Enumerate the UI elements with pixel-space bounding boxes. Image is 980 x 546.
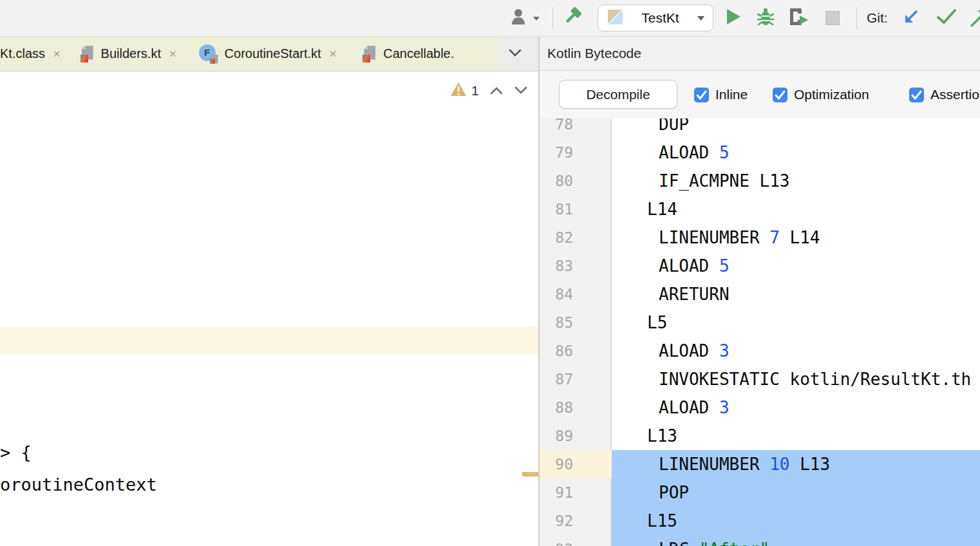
scrollbar-warning-marker[interactable] [522, 472, 538, 476]
run-config-name: TestKt [630, 10, 690, 26]
line-number: 91 [540, 478, 612, 507]
bytecode-line-text[interactable]: L13 [612, 422, 980, 450]
panel-title: Kotlin Bytecode [547, 46, 641, 61]
build-button[interactable] [563, 0, 586, 36]
bytecode-line-text[interactable]: POP [612, 478, 980, 507]
chevron-down-icon [532, 12, 540, 24]
bytecode-row[interactable]: 79ALOAD 5 [540, 138, 980, 167]
tab-label: Builders.kt [101, 46, 161, 61]
bytecode-row[interactable]: 92L15 [540, 507, 980, 535]
panel-toolbar: Decompile InlineOptimizationAssertions [540, 71, 980, 119]
stop-button[interactable] [825, 0, 840, 36]
line-number: 86 [540, 337, 612, 365]
close-icon[interactable]: ✕ [169, 49, 177, 59]
git-push-arrow-icon [970, 20, 980, 29]
run-configuration-select[interactable]: TestKt [598, 5, 713, 32]
git-update-button[interactable] [901, 0, 921, 36]
ide-window: TestKt [0, 0, 980, 546]
line-number: 81 [540, 195, 612, 223]
checkbox-optimization[interactable]: Optimization [773, 71, 869, 118]
source-editor-pane[interactable]: > { oroutineContext 1 [0, 71, 538, 546]
bytecode-row[interactable]: 84ARETURN [540, 280, 980, 308]
close-icon[interactable]: ✕ [53, 49, 61, 59]
bytecode-row[interactable]: 78DUP [540, 118, 980, 138]
line-number: 90 [540, 450, 612, 478]
bytecode-line-text[interactable]: ARETURN [612, 280, 980, 308]
bytecode-line-text[interactable]: LINENUMBER 10 L13 [612, 450, 980, 478]
kotlin-facade-class-icon: F [199, 44, 218, 64]
warning-count: 1 [471, 83, 479, 99]
bytecode-line-text[interactable]: ALOAD 3 [612, 393, 980, 422]
inspections-widget[interactable]: 1 [449, 81, 528, 100]
bytecode-line-text[interactable]: L5 [612, 308, 980, 337]
coverage-icon [787, 6, 810, 30]
bytecode-row[interactable]: 88ALOAD 3 [540, 393, 980, 422]
bytecode-row[interactable]: 89L13 [540, 422, 980, 450]
bytecode-row[interactable]: 81L14 [540, 195, 980, 223]
stop-icon [825, 11, 840, 25]
line-number: 89 [540, 422, 612, 450]
debug-button[interactable] [756, 0, 775, 36]
bytecode-row[interactable]: 87INVOKESTATIC kotlin/ResultKt.th [540, 365, 980, 393]
close-icon[interactable]: ✕ [329, 49, 337, 59]
bytecode-line-text[interactable]: ALOAD 3 [612, 337, 980, 365]
editor-tab[interactable]: Cancellable. [363, 37, 454, 71]
run-with-coverage-button[interactable] [787, 0, 810, 36]
bytecode-row[interactable]: 82LINENUMBER 7 L14 [540, 223, 980, 252]
tab-label: CoroutineStart.kt [225, 46, 321, 61]
git-commit-button[interactable] [936, 0, 957, 36]
previous-problem-button[interactable] [489, 86, 504, 95]
git-push-button[interactable] [970, 8, 980, 29]
kotlin-bytecode-panel: Kotlin Bytecode Decompile InlineOptimiza… [540, 37, 980, 546]
bytecode-line-text[interactable]: DUP [612, 118, 980, 138]
bytecode-line-text[interactable]: INVOKESTATIC kotlin/ResultKt.th [612, 365, 980, 393]
git-update-arrow-icon [901, 7, 921, 29]
line-number: 82 [540, 223, 612, 252]
tab-overflow-button[interactable] [492, 37, 538, 70]
tabs-container: Kt.class✕Builders.kt✕FCoroutineStart.kt✕… [0, 37, 454, 71]
bytecode-line-text[interactable]: LINENUMBER 7 L14 [612, 223, 980, 252]
bytecode-line-text[interactable]: IF_ACMPNE L13 [612, 167, 980, 195]
tab-label: Kt.class [0, 46, 45, 61]
line-number: 80 [540, 167, 612, 195]
bytecode-row[interactable]: 90LINENUMBER 10 L13 [540, 450, 980, 478]
bytecode-row[interactable]: 83ALOAD 5 [540, 252, 980, 280]
editor-tab[interactable]: FCoroutineStart.kt✕ [199, 37, 337, 71]
checkbox-inline[interactable]: Inline [694, 71, 748, 118]
checkbox-icon[interactable] [909, 88, 924, 102]
bytecode-row[interactable]: 93LDC "After" [540, 535, 980, 546]
checkbox-icon[interactable] [694, 88, 709, 102]
decompile-button[interactable]: Decompile [559, 80, 677, 109]
editor-tab[interactable]: Kt.class✕ [0, 37, 61, 71]
bytecode-editor[interactable]: 78DUP79ALOAD 580IF_ACMPNE L1381L1482LINE… [540, 118, 980, 546]
line-number: 93 [540, 535, 612, 546]
bytecode-rows: 78DUP79ALOAD 580IF_ACMPNE L1381L1482LINE… [540, 118, 980, 546]
bytecode-line-text[interactable]: L14 [612, 195, 980, 223]
warning-triangle-icon [449, 81, 467, 100]
debug-bug-icon [756, 6, 775, 30]
bytecode-row[interactable]: 80IF_ACMPNE L13 [540, 167, 980, 195]
line-number: 92 [540, 507, 612, 535]
panel-header: Kotlin Bytecode [540, 37, 980, 71]
editor-tab[interactable]: Builders.kt✕ [80, 37, 177, 71]
next-problem-button[interactable] [514, 86, 528, 95]
source-code-line[interactable]: > { [0, 438, 32, 467]
bytecode-line-text[interactable]: ALOAD 5 [612, 252, 980, 280]
checkbox-assertions[interactable]: Assertions [909, 71, 980, 118]
user-profile-button[interactable] [509, 0, 540, 36]
kotlin-file-icon [363, 46, 377, 62]
source-code-line[interactable]: oroutineContext [0, 470, 157, 500]
git-section-label: Git: [867, 0, 888, 36]
checkbox-label: Inline [715, 87, 748, 102]
line-number: 87 [540, 365, 612, 393]
bytecode-line-text[interactable]: ALOAD 5 [612, 138, 980, 167]
bytecode-line-text[interactable]: L15 [612, 507, 980, 535]
git-commit-check-icon [936, 8, 957, 28]
main-toolbar: TestKt [0, 0, 980, 37]
bytecode-row[interactable]: 91POP [540, 478, 980, 507]
bytecode-line-text[interactable]: LDC "After" [612, 535, 980, 546]
run-button[interactable] [725, 0, 742, 36]
bytecode-row[interactable]: 85L5 [540, 308, 980, 337]
checkbox-icon[interactable] [773, 88, 787, 102]
bytecode-row[interactable]: 86ALOAD 3 [540, 337, 980, 365]
